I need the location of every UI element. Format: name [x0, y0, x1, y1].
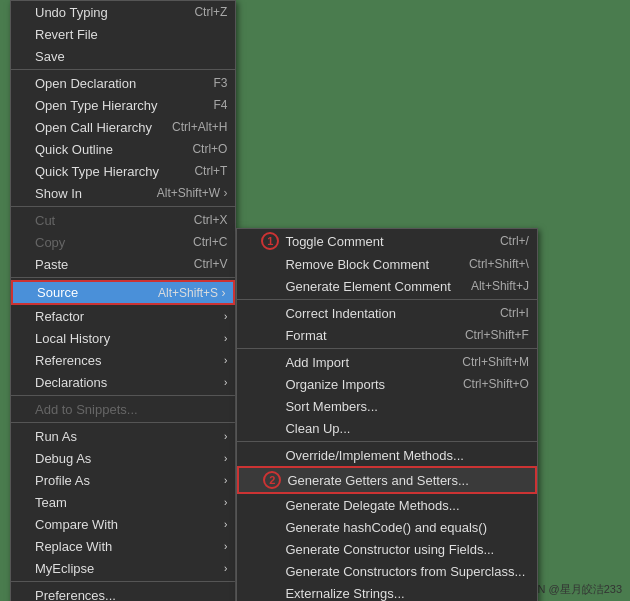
- menu-item-show-in[interactable]: Show In Alt+Shift+W ›: [11, 182, 235, 204]
- separator: [11, 422, 235, 423]
- menu-label: Undo Typing: [35, 5, 174, 20]
- menu-label: Profile As: [35, 473, 216, 488]
- menu-item-paste[interactable]: Paste Ctrl+V: [11, 253, 235, 275]
- menu-shortcut: Alt+Shift+J: [471, 279, 529, 293]
- menu-shortcut: F4: [213, 98, 227, 112]
- submenu-item-sort-members[interactable]: Sort Members...: [237, 395, 537, 417]
- menu-label: Toggle Comment: [285, 234, 383, 249]
- menu-label: Debug As: [35, 451, 216, 466]
- menu-label: Cut: [35, 213, 174, 228]
- submenu-item-cleanup[interactable]: Clean Up...: [237, 417, 537, 439]
- submenu-item-gen-getters-setters[interactable]: 2 Generate Getters and Setters...: [237, 466, 537, 494]
- arrow-icon: ›: [224, 311, 227, 322]
- arrow-icon: ›: [224, 519, 227, 530]
- separator: [237, 299, 537, 300]
- menu-shortcut: Ctrl+Shift+M: [462, 355, 529, 369]
- separator: [237, 348, 537, 349]
- menu-label: Refactor: [35, 309, 216, 324]
- menu-label: Sort Members...: [261, 399, 529, 414]
- submenu-item-override-implement[interactable]: Override/Implement Methods...: [237, 444, 537, 466]
- menu-label: Correct Indentation: [261, 306, 479, 321]
- menu-item-revert[interactable]: Revert File: [11, 23, 235, 45]
- menu-item-compare-with[interactable]: Compare With ›: [11, 513, 235, 535]
- menu-label: Run As: [35, 429, 216, 444]
- menu-label: Show In: [35, 186, 137, 201]
- menu-item-references[interactable]: References ›: [11, 349, 235, 371]
- menu-item-team[interactable]: Team ›: [11, 491, 235, 513]
- menu-label: Source: [37, 285, 138, 300]
- menu-item-quick-type[interactable]: Quick Type Hierarchy Ctrl+T: [11, 160, 235, 182]
- badge-1: 1: [261, 232, 279, 250]
- menu-label: Add Import: [261, 355, 442, 370]
- menu-item-declarations[interactable]: Declarations ›: [11, 371, 235, 393]
- menu-shortcut: Ctrl+/: [500, 234, 529, 248]
- submenu-item-gen-delegate[interactable]: Generate Delegate Methods...: [237, 494, 537, 516]
- menu-shortcut: Ctrl+Alt+H: [172, 120, 227, 134]
- menu-label: MyEclipse: [35, 561, 216, 576]
- menu-shortcut: Ctrl+I: [500, 306, 529, 320]
- menu-item-save[interactable]: Save: [11, 45, 235, 67]
- menu-label: Declarations: [35, 375, 216, 390]
- arrow-icon: ›: [224, 453, 227, 464]
- submenu-item-format[interactable]: Format Ctrl+Shift+F: [237, 324, 537, 346]
- menu-label: Quick Outline: [35, 142, 172, 157]
- menu-item-local-history[interactable]: Local History ›: [11, 327, 235, 349]
- menu-shortcut: Ctrl+O: [192, 142, 227, 156]
- arrow-icon: ›: [224, 541, 227, 552]
- separator: [237, 441, 537, 442]
- right-submenu: 1 Toggle Comment Ctrl+/ Remove Block Com…: [236, 228, 538, 601]
- menu-shortcut: Ctrl+X: [194, 213, 228, 227]
- separator: [11, 277, 235, 278]
- arrow-icon: ›: [224, 377, 227, 388]
- submenu-item-gen-hashcode[interactable]: Generate hashCode() and equals(): [237, 516, 537, 538]
- menu-label: Format: [261, 328, 444, 343]
- menu-item-run-as[interactable]: Run As ›: [11, 425, 235, 447]
- menu-label: Organize Imports: [261, 377, 442, 392]
- submenu-item-correct-indent[interactable]: Correct Indentation Ctrl+I: [237, 302, 537, 324]
- menu-item-cut: Cut Ctrl+X: [11, 209, 235, 231]
- menu-shortcut: Ctrl+Shift+F: [465, 328, 529, 342]
- menu-item-open-call[interactable]: Open Call Hierarchy Ctrl+Alt+H: [11, 116, 235, 138]
- arrow-icon: ›: [224, 497, 227, 508]
- menu-shortcut: Alt+Shift+S ›: [158, 286, 225, 300]
- submenu-item-externalize-strings[interactable]: Externalize Strings...: [237, 582, 537, 601]
- submenu-item-gen-element-comment[interactable]: Generate Element Comment Alt+Shift+J: [237, 275, 537, 297]
- menu-label: Externalize Strings...: [261, 586, 529, 601]
- menu-item-add-snippets: Add to Snippets...: [11, 398, 235, 420]
- menu-label: Local History: [35, 331, 216, 346]
- menu-item-quick-outline[interactable]: Quick Outline Ctrl+O: [11, 138, 235, 160]
- menu-item-replace-with[interactable]: Replace With ›: [11, 535, 235, 557]
- menu-label: Generate Getters and Setters...: [287, 473, 468, 488]
- submenu-item-toggle-comment[interactable]: 1 Toggle Comment Ctrl+/: [237, 229, 537, 253]
- separator: [11, 581, 235, 582]
- menu-shortcut: Ctrl+T: [194, 164, 227, 178]
- submenu-item-gen-constructor-super[interactable]: Generate Constructors from Superclass...: [237, 560, 537, 582]
- menu-item-source[interactable]: Source Alt+Shift+S ›: [11, 280, 235, 305]
- menu-item-profile-as[interactable]: Profile As ›: [11, 469, 235, 491]
- submenu-item-remove-block[interactable]: Remove Block Comment Ctrl+Shift+\: [237, 253, 537, 275]
- arrow-icon: ›: [224, 431, 227, 442]
- menu-shortcut: F3: [213, 76, 227, 90]
- menu-shortcut: Ctrl+Shift+\: [469, 257, 529, 271]
- arrow-icon: ›: [224, 333, 227, 344]
- menu-item-open-decl[interactable]: Open Declaration F3: [11, 72, 235, 94]
- separator: [11, 69, 235, 70]
- menu-item-undo[interactable]: Undo Typing Ctrl+Z: [11, 1, 235, 23]
- menu-label: Clean Up...: [261, 421, 529, 436]
- menu-item-myeclipse[interactable]: MyEclipse ›: [11, 557, 235, 579]
- menu-label: Quick Type Hierarchy: [35, 164, 174, 179]
- menu-item-open-type[interactable]: Open Type Hierarchy F4: [11, 94, 235, 116]
- menu-label: Preferences...: [35, 588, 227, 602]
- menu-item-refactor[interactable]: Refactor ›: [11, 305, 235, 327]
- arrow-icon: ›: [224, 475, 227, 486]
- menu-shortcut: Ctrl+V: [194, 257, 228, 271]
- menu-label: Generate Delegate Methods...: [261, 498, 529, 513]
- submenu-item-gen-constructor-fields[interactable]: Generate Constructor using Fields...: [237, 538, 537, 560]
- menu-label: Override/Implement Methods...: [261, 448, 529, 463]
- menu-label: Compare With: [35, 517, 216, 532]
- submenu-item-organize-imports[interactable]: Organize Imports Ctrl+Shift+O: [237, 373, 537, 395]
- menu-item-debug-as[interactable]: Debug As ›: [11, 447, 235, 469]
- menu-item-preferences[interactable]: Preferences...: [11, 584, 235, 601]
- menu-label: Add to Snippets...: [35, 402, 227, 417]
- submenu-item-add-import[interactable]: Add Import Ctrl+Shift+M: [237, 351, 537, 373]
